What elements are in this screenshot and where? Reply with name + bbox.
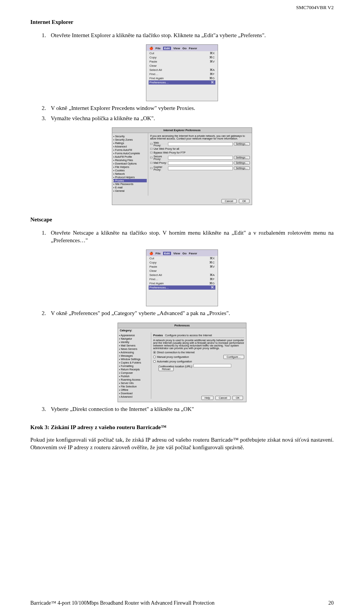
- apple-icon: 🍎: [149, 47, 153, 50]
- radio-label: Manual proxy configuration: [157, 356, 189, 358]
- settings-button: Settings…: [234, 142, 250, 146]
- sidebar-item: • File Selection: [119, 385, 150, 388]
- sidebar-item: • Advanced: [113, 145, 147, 148]
- sidebar-item: • File Helpers: [113, 165, 147, 169]
- sidebar-item: • Security Zones: [113, 138, 147, 141]
- menu-go: Go: [182, 252, 187, 255]
- apple-icon: 🍎: [149, 252, 153, 255]
- proxy-input: [168, 166, 233, 170]
- radio-icon: [153, 356, 156, 358]
- field-label: Secure Proxy:: [154, 155, 167, 160]
- ok-button: OK: [239, 199, 249, 203]
- screenshot-edit-menu-netscape: 🍎 File Edit View Go Favor Cut⌘XCopy⌘CPas…: [146, 249, 218, 306]
- step3-paragraph: Pokud jste konfigurovali váš počítač tak…: [30, 436, 334, 452]
- menu-file: File: [155, 252, 161, 255]
- reload-button: Reload: [158, 367, 174, 371]
- proxy-input: [168, 142, 233, 146]
- sidebar-item: • Ratings: [113, 141, 147, 145]
- menu-file: File: [155, 47, 161, 50]
- sidebar-item: • Composer: [119, 371, 150, 375]
- sidebar-item: • Security: [113, 135, 147, 138]
- preferences-panel: If you are accessing the Internet from a…: [148, 133, 252, 196]
- sidebar-item: • Return Receipts: [119, 368, 150, 371]
- screenshot-ie-preferences: Internet Explorer Preferences • Security…: [112, 127, 252, 205]
- sidebar-item: • Identity: [119, 340, 150, 344]
- menu-item: Find Again⌘G: [149, 76, 215, 80]
- menu-item: Copy⌘C: [149, 55, 215, 60]
- sidebar-item: • Proxies: [113, 179, 147, 182]
- configure-button: Configure…: [223, 355, 244, 359]
- list-number: 3.: [42, 405, 51, 413]
- menu-view: View: [173, 47, 180, 50]
- sidebar-item: • Download: [119, 392, 150, 395]
- category-sidebar: • Appearance• Navigator• Identity• Mail …: [118, 332, 151, 399]
- list-number: 1.: [42, 229, 51, 245]
- list-text: V okně „Internet Explorer Precedens wind…: [51, 104, 334, 112]
- field-label: Use Web Proxy for all: [154, 147, 179, 150]
- list-text: V okně „Preferences" pod „Category" vybe…: [51, 309, 334, 317]
- panel-subtitle: Configure proxies to access the Internet: [165, 334, 212, 337]
- checkbox-icon: ☐: [150, 161, 152, 165]
- help-button: Help: [201, 396, 213, 400]
- proxy-input: [168, 161, 233, 165]
- sidebar-item: • Formatting: [119, 364, 150, 368]
- config-url-input: [193, 364, 231, 367]
- menu-edit: Edit: [163, 47, 171, 50]
- menu-edit: Edit: [163, 252, 171, 255]
- settings-button: Settings…: [234, 156, 250, 159]
- sidebar-item: • Protocol Helpers: [113, 176, 147, 179]
- field-label: Gopher Proxy:: [154, 166, 167, 171]
- sidebar-item: • Receiving Files: [113, 158, 147, 162]
- sidebar-item: • Appearance: [119, 334, 150, 337]
- list-item: 3. Vymažte všechna políčka a klikněte na…: [42, 114, 334, 122]
- menu-favor: Favor: [189, 252, 197, 255]
- list-number: 2.: [42, 309, 51, 317]
- sidebar-item: • General: [113, 189, 147, 193]
- menu-go: Go: [182, 47, 187, 50]
- radio-label: Direct connection to the Internet: [157, 351, 195, 354]
- radio-icon: [153, 351, 156, 354]
- sidebar-item: • Roaming Access: [119, 378, 150, 381]
- field-label: Web Proxy:: [154, 141, 167, 147]
- sidebar-item: • Mail Servers: [119, 344, 150, 347]
- sidebar-item: • Server Info: [119, 381, 150, 385]
- list-item: 2. V okně „Preferences" pod „Category" v…: [42, 309, 334, 317]
- panel-title: Proxies: [153, 334, 163, 337]
- cancel-button: Cancel: [215, 396, 231, 400]
- sidebar-item: • Messages: [119, 354, 150, 357]
- list-item: 1. Otevřete Internet Explorer a klikněte…: [42, 31, 334, 39]
- panel-description: A network proxy is used to provide addit…: [153, 339, 244, 350]
- menu-item: Paste⌘V: [149, 60, 215, 64]
- sidebar-item: • Site Passwords: [113, 182, 147, 186]
- sidebar-item: • Addressing: [119, 351, 150, 354]
- menu-item: Cut⌘X: [149, 51, 215, 55]
- menubar: 🍎 File Edit View Go Favor: [149, 46, 215, 51]
- sidebar-item: • AutoFill Profile: [113, 155, 147, 158]
- dialog-title: Preferences: [118, 323, 246, 328]
- sidebar-item: • Download Options: [113, 162, 147, 165]
- category-label: Category:: [118, 328, 246, 332]
- sidebar-item: • Offline: [119, 388, 150, 392]
- panel-intro: If you are accessing the Internet from a…: [150, 135, 250, 140]
- section-heading-ie: Internet Explorer: [30, 19, 334, 25]
- checkbox-icon: ☐: [150, 151, 152, 154]
- list-text: Vymažte všechna políčka a klikněte na „O…: [51, 114, 334, 122]
- sidebar-item: • Copies & Folders: [119, 361, 150, 364]
- menu-item: Select All⌘A: [149, 68, 215, 72]
- list-number: 1.: [42, 31, 51, 39]
- list-text: Vyberte „Direkt connection to the Intern…: [51, 405, 334, 413]
- menu-item: Paste⌘V: [149, 265, 215, 269]
- list-number: 3.: [42, 114, 51, 122]
- radio-icon: [153, 360, 156, 363]
- radio-label: Automatic proxy configuration: [157, 360, 192, 363]
- list-item: 1. Otevřete Netscape a klikněte na tlačí…: [42, 229, 334, 245]
- menu-item: Preferences…⌘;: [149, 285, 215, 290]
- list-item: 2. V okně „Internet Explorer Precedens w…: [42, 104, 334, 112]
- sidebar-item: • Window Settings: [119, 357, 150, 361]
- menu-favor: Favor: [189, 47, 197, 50]
- sidebar-item: • Cookies: [113, 169, 147, 172]
- checkbox-icon: ☐: [150, 156, 152, 159]
- page-number: 20: [328, 600, 334, 606]
- doc-id: SMC7004VBR V2: [296, 5, 334, 11]
- proxy-input: [168, 156, 233, 160]
